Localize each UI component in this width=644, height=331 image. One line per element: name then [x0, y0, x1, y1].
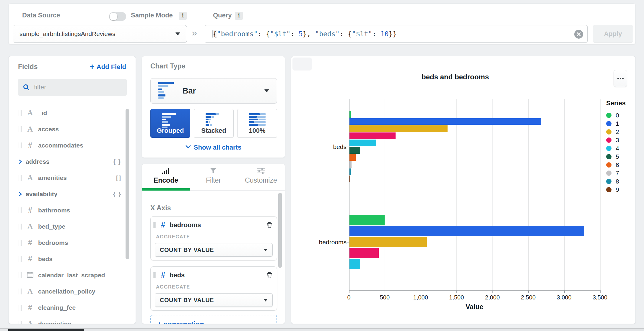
legend-label: 2 [616, 128, 619, 135]
legend-swatch [606, 187, 612, 192]
drag-handle-icon[interactable] [153, 222, 157, 228]
gridline [600, 99, 601, 290]
legend-entry-6[interactable]: 6 [606, 161, 626, 169]
drag-handle-icon[interactable] [153, 272, 157, 278]
legend-swatch [606, 179, 612, 184]
drag-handle-icon [19, 289, 22, 294]
add-field-button[interactable]: + Add Field [90, 62, 126, 71]
stacked-bars-icon [194, 113, 233, 126]
legend-entry-2[interactable]: 2 [606, 128, 626, 136]
field-item-access[interactable]: Aaccess [9, 121, 136, 137]
mode-button-100[interactable]: 100% [237, 109, 277, 138]
encode-scrollbar[interactable] [278, 193, 282, 268]
legend-swatch [606, 146, 612, 151]
sample-mode-info-icon[interactable]: i [179, 12, 187, 20]
string-field-icon: A [26, 319, 35, 324]
aggregate-dropdown[interactable]: COUNT BY VALUE [155, 293, 273, 307]
tab-filter[interactable]: Filter [190, 164, 237, 190]
show-all-charts-link[interactable]: Show all charts [142, 144, 285, 151]
legend-swatch [606, 113, 612, 118]
field-item-accommodates[interactable]: #accommodates [9, 137, 136, 153]
add-field-label: Add Field [97, 63, 126, 71]
drag-handle-icon [19, 240, 22, 246]
field-item-amenities[interactable]: Aamenities[] [9, 170, 136, 186]
field-name: access [38, 126, 59, 133]
field-name: calendar_last_scraped [38, 272, 105, 279]
drag-handle-icon [19, 175, 22, 181]
grouped-bars-icon [151, 113, 190, 128]
bar-bedrooms-series-3[interactable] [349, 248, 379, 258]
query-clear-icon[interactable] [574, 30, 583, 39]
bar-bedrooms-series-1[interactable] [349, 226, 584, 237]
bar-beds-series-1[interactable] [349, 118, 541, 125]
field-item-calendar_last_scraped[interactable]: calendar_last_scraped [9, 267, 136, 283]
scrollbar-thumb[interactable] [8, 329, 84, 331]
field-filter-input[interactable]: filter [18, 79, 127, 96]
field-item-description[interactable]: Adescription [9, 316, 136, 324]
chevron-right-icon[interactable] [19, 159, 22, 164]
bar-beds-series-5[interactable] [349, 147, 360, 154]
data-source-dropdown[interactable]: sample_airbnb.listingsAndReviews [13, 25, 187, 43]
bar-beds-series-8[interactable] [349, 168, 351, 175]
aggregate-dropdown[interactable]: COUNT BY VALUE [155, 243, 273, 257]
bar-beds-series-6[interactable] [349, 154, 356, 161]
number-field-icon: # [159, 271, 167, 279]
legend-entry-5[interactable]: 5 [606, 153, 626, 161]
add-aggregation-dropzone[interactable]: + aggregation [150, 315, 277, 324]
field-item-bathrooms[interactable]: #bathrooms [9, 202, 136, 218]
bar-bedrooms-series-2[interactable] [349, 237, 427, 248]
legend-entry-9[interactable]: 9 [606, 186, 626, 194]
field-item-beds[interactable]: #beds [9, 251, 136, 267]
bar-bedrooms-series-4[interactable] [349, 259, 360, 269]
legend-entry-0[interactable]: 0 [606, 111, 626, 119]
chart-legend: Series 0123456789 [606, 99, 626, 194]
bar-beds-series-7[interactable] [349, 161, 352, 168]
tab-customize[interactable]: Customize [237, 164, 285, 190]
field-item-_id[interactable]: A_id [9, 105, 136, 121]
bar-beds-series-3[interactable] [349, 132, 396, 139]
bar-beds-series-4[interactable] [349, 140, 376, 146]
chart-type-dropdown[interactable]: Bar [150, 78, 277, 104]
bar-bedrooms-series-0[interactable] [349, 215, 385, 226]
encoded-field-name: beds [170, 271, 266, 279]
number-field-icon: # [26, 141, 35, 150]
legend-entry-3[interactable]: 3 [606, 136, 626, 144]
string-field-icon: A [26, 125, 35, 134]
query-info-icon[interactable]: i [235, 12, 243, 20]
bar-beds-series-9[interactable] [349, 176, 350, 182]
sample-mode-toggle[interactable] [109, 12, 126, 21]
field-item-cleaning_fee[interactable]: #cleaning_fee [9, 299, 136, 316]
mode-button-grouped[interactable]: Grouped [150, 109, 190, 138]
mode-button-stacked[interactable]: Stacked [194, 109, 234, 138]
field-name: address [26, 158, 50, 165]
apply-button[interactable]: Apply [593, 25, 633, 43]
legend-entry-8[interactable]: 8 [606, 177, 626, 186]
fields-title: Fields [18, 63, 38, 71]
field-item-bedrooms[interactable]: #bedrooms [9, 235, 136, 251]
field-item-cancellation_policy[interactable]: Acancellation_policy [9, 283, 136, 299]
legend-entry-1[interactable]: 1 [606, 119, 626, 128]
chart-menu-button[interactable] [614, 70, 627, 87]
field-item-bed_type[interactable]: Abed_type [9, 218, 136, 235]
tab-bar: Encode Filter Customize [142, 164, 285, 191]
category-band-beds [349, 99, 600, 195]
mode-label: Stacked [194, 127, 233, 135]
chevron-right-icon[interactable] [19, 191, 22, 197]
field-item-address[interactable]: address{ } [9, 153, 136, 170]
collapse-chevron-icon[interactable]: » [192, 27, 197, 38]
bar-beds-series-0[interactable] [349, 111, 351, 118]
chart-type-title: Chart Type [150, 62, 185, 70]
trash-icon[interactable] [266, 272, 273, 279]
fields-scrollbar[interactable] [126, 109, 129, 259]
legend-label: 5 [616, 153, 619, 160]
field-item-availability[interactable]: availability{ } [9, 186, 136, 202]
number-field-icon: # [26, 255, 35, 263]
tab-encode[interactable]: Encode [142, 164, 190, 190]
query-input[interactable]: {"bedrooms": {"$lt": 5}, "beds": {"$lt":… [205, 25, 588, 43]
bar-beds-series-2[interactable] [349, 125, 448, 132]
drag-handle-icon [19, 207, 22, 213]
horizontal-scrollbar[interactable] [0, 328, 644, 331]
legend-entry-4[interactable]: 4 [606, 144, 626, 153]
trash-icon[interactable] [266, 222, 273, 229]
legend-entry-7[interactable]: 7 [606, 169, 626, 177]
